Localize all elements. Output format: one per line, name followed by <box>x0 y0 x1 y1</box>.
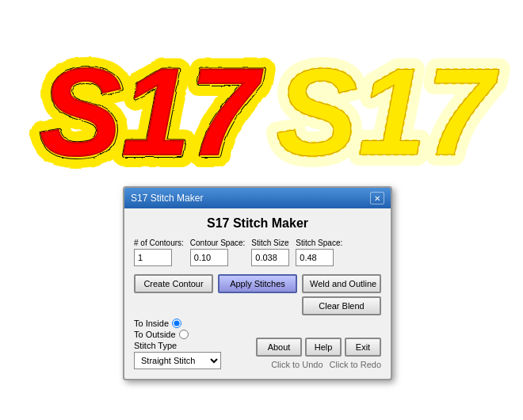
contour-space-field: Contour Space: <box>190 239 246 266</box>
create-contour-button[interactable]: Create Contour <box>134 274 213 293</box>
contour-space-label: Contour Space: <box>190 239 246 247</box>
right-buttons: Weld and Outline Clear Blend <box>302 274 381 315</box>
left-buttons: Create Contour Apply Stitches <box>134 274 297 315</box>
help-button[interactable]: Help <box>305 338 342 357</box>
contour-space-input[interactable] <box>190 249 228 266</box>
buttons-area: Create Contour Apply Stitches Weld and O… <box>134 274 381 315</box>
stitch-space-label: Stitch Space: <box>296 239 342 247</box>
stitch-size-input[interactable] <box>251 249 289 266</box>
dialog-titlebar: S17 Stitch Maker ✕ <box>124 188 391 208</box>
dialog-title: S17 Stitch Maker <box>131 193 203 204</box>
bottom-buttons-row: About Help Exit <box>256 338 381 357</box>
dialog-body: S17 Stitch Maker # of Contours: Contour … <box>124 208 391 379</box>
stitch-size-field: Stitch Size <box>251 239 289 266</box>
contours-input[interactable] <box>134 249 172 266</box>
to-inside-row: To Inside <box>134 319 221 328</box>
stitch-space-field: Stitch Space: <box>296 239 342 266</box>
close-button[interactable]: ✕ <box>370 192 384 204</box>
to-outside-radio[interactable] <box>179 330 189 339</box>
stitch-size-label: Stitch Size <box>251 239 289 247</box>
action-buttons: About Help Exit Click to Undo Click to R… <box>256 338 381 369</box>
stitch-type-select[interactable]: Straight Stitch Satin Stitch Fill Stitch <box>134 352 221 369</box>
contours-label: # of Contours: <box>134 239 184 247</box>
preview-svg: S17 S17 S17 S17 S17 S17 S17 S17 S17 <box>0 0 523 178</box>
to-outside-label: To Outside <box>134 330 176 339</box>
preview-area: S17 S17 S17 S17 S17 S17 S17 S17 S17 <box>0 0 523 178</box>
undo-link[interactable]: Click to Undo <box>271 360 323 369</box>
dialog: S17 Stitch Maker ✕ S17 Stitch Maker # of… <box>123 186 392 380</box>
clear-blend-button[interactable]: Clear Blend <box>302 296 381 315</box>
stitch-type-select-wrapper: Straight Stitch Satin Stitch Fill Stitch <box>134 352 221 369</box>
middle-area: To Inside To Outside Stitch Type Straigh… <box>134 319 381 369</box>
stitch-type-label: Stitch Type <box>134 341 221 350</box>
apply-stitches-button[interactable]: Apply Stitches <box>218 274 297 293</box>
redo-link[interactable]: Click to Redo <box>330 360 381 369</box>
undo-redo-row: Click to Undo Click to Redo <box>271 360 381 369</box>
contours-field: # of Contours: <box>134 239 184 266</box>
right-s17-text: S17 <box>276 44 500 178</box>
row1-buttons: Create Contour Apply Stitches <box>134 274 297 293</box>
fields-row: # of Contours: Contour Space: Stitch Siz… <box>134 239 381 266</box>
to-outside-row: To Outside <box>134 330 221 339</box>
about-button[interactable]: About <box>256 338 302 357</box>
left-s17-text: S17 <box>40 44 264 178</box>
dialog-heading: S17 Stitch Maker <box>134 216 381 231</box>
to-inside-label: To Inside <box>134 319 169 328</box>
stitch-space-input[interactable] <box>296 249 334 266</box>
exit-button[interactable]: Exit <box>345 338 381 357</box>
weld-outline-button[interactable]: Weld and Outline <box>302 274 381 293</box>
to-inside-radio[interactable] <box>172 319 181 328</box>
left-options: To Inside To Outside Stitch Type Straigh… <box>134 319 221 369</box>
